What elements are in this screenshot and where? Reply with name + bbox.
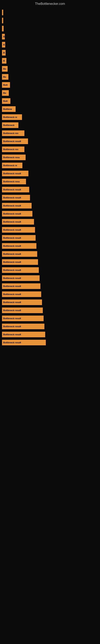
bar-item: B — [2, 50, 6, 56]
bar-item: Bottlene — [2, 106, 16, 112]
bars-container: BBBBBoBoBottBoBottBottleneBottleneck reB… — [0, 7, 100, 349]
bar-row: Bottleneck res — [2, 130, 98, 137]
site-title: TheBottlenecker.com — [0, 0, 100, 7]
bar-item: Bottleneck — [2, 122, 18, 128]
bar-item: Bottleneck result — [2, 171, 28, 176]
bar-row — [2, 9, 98, 16]
bar-row: Bottleneck resu — [2, 178, 98, 185]
bar-item: Bottleneck result — [2, 300, 42, 305]
bar-item: Bott — [2, 82, 10, 88]
bar-item: Bott — [2, 98, 10, 104]
bar-item: Bottleneck result — [2, 219, 34, 224]
bar-item: B — [2, 34, 5, 40]
bar-row: Bottleneck result — [2, 202, 98, 210]
bar-row: Bottleneck result — [2, 242, 98, 250]
bar-row: Bottleneck — [2, 121, 98, 129]
bar-row: Bottleneck result — [2, 170, 98, 177]
bar-item: Bottleneck result — [2, 235, 36, 241]
bar-row: Bottleneck result — [2, 226, 98, 234]
bar-row: Bottleneck result — [2, 322, 98, 330]
bar-row: Bottleneck result — [2, 339, 98, 346]
bar-row: Bott — [2, 97, 98, 105]
bar-item: Bottleneck resu — [2, 179, 26, 184]
bar-item: Bottleneck result — [2, 332, 45, 337]
bar-item: Bottleneck res — [2, 146, 24, 152]
bar-row: Bottlene — [2, 105, 98, 113]
bar-row: Bottleneck result — [2, 138, 98, 145]
bar-item: Bottleneck result — [2, 251, 37, 257]
bar-item: Bottleneck result — [2, 324, 44, 329]
bar-item: Bottleneck re — [2, 162, 22, 168]
bar-item: Bottleneck re — [2, 114, 22, 120]
bar-item: Bottleneck result — [2, 227, 35, 233]
bar-row: Bottleneck result — [2, 274, 98, 282]
bar-row: Bo — [2, 65, 98, 73]
bar-row — [2, 17, 98, 24]
bar-item — [2, 26, 3, 32]
bar-item: Bo — [2, 90, 9, 96]
bar-row: Bottleneck result — [2, 210, 98, 218]
bar-item: Bottleneck result — [2, 316, 44, 321]
bar-row: Bottleneck result — [2, 290, 98, 298]
bar-item: B — [2, 58, 6, 64]
bar-row: Bottleneck result — [2, 331, 98, 338]
bar-row: Bottleneck result — [2, 298, 98, 306]
bar-item: Bo — [2, 74, 8, 80]
bar-item: Bottleneck res — [2, 130, 24, 136]
bar-item: B — [2, 42, 5, 48]
bar-row: Bo — [2, 89, 98, 97]
bar-item: Bottleneck result — [2, 138, 28, 144]
bar-item — [2, 10, 3, 15]
bar-item: Bottleneck result — [2, 292, 41, 297]
bar-item: Bottleneck result — [2, 187, 29, 192]
bar-row: Bottleneck result — [2, 186, 98, 194]
bar-item: Bottleneck result — [2, 283, 40, 289]
bar-row: B — [2, 57, 98, 64]
bar-row: Bottleneck resu — [2, 154, 98, 161]
bar-item: Bottleneck result — [2, 340, 46, 345]
bar-row: Bottleneck result — [2, 218, 98, 226]
bar-item: Bottleneck result — [2, 211, 32, 216]
bar-row: Bottleneck res — [2, 146, 98, 153]
bar-row: Bottleneck result — [2, 266, 98, 274]
site-title-container: TheBottlenecker.com — [0, 0, 100, 7]
bar-row: B — [2, 41, 98, 48]
bar-row: Bottleneck result — [2, 258, 98, 266]
bar-row: Bottleneck result — [2, 250, 98, 258]
bar-row: Bo — [2, 73, 98, 81]
bar-row: Bottleneck result — [2, 234, 98, 242]
bar-item — [2, 18, 3, 23]
bar-item: Bo — [2, 66, 8, 72]
bar-item: Bottleneck result — [2, 203, 32, 208]
bar-row: Bottleneck result — [2, 306, 98, 314]
bar-item: Bottleneck result — [2, 275, 40, 281]
bar-row: Bott — [2, 81, 98, 89]
bar-item: Bottleneck resu — [2, 154, 26, 160]
bar-row: Bottleneck result — [2, 314, 98, 322]
bar-row — [2, 25, 98, 32]
bar-item: Bottleneck result — [2, 259, 38, 265]
bar-row: B — [2, 49, 98, 56]
bar-row: Bottleneck re — [2, 162, 98, 169]
bar-item: Bottleneck result — [2, 267, 39, 273]
bar-row: Bottleneck re — [2, 113, 98, 121]
bar-item: Bottleneck result — [2, 308, 43, 313]
bar-item: Bottleneck result — [2, 195, 30, 200]
bar-item: Bottleneck result — [2, 243, 36, 249]
bar-row: B — [2, 33, 98, 40]
bar-row: Bottleneck result — [2, 194, 98, 202]
bar-row: Bottleneck result — [2, 282, 98, 290]
